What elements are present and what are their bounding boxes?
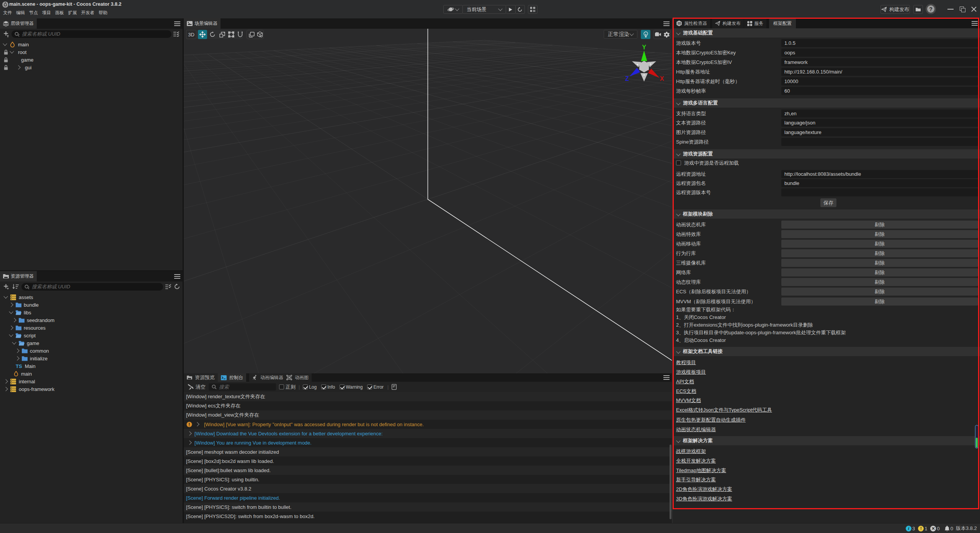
svg-text:Z: Z [625, 75, 629, 82]
svg-text:Y: Y [642, 44, 646, 51]
svg-text:X: X [660, 75, 664, 82]
